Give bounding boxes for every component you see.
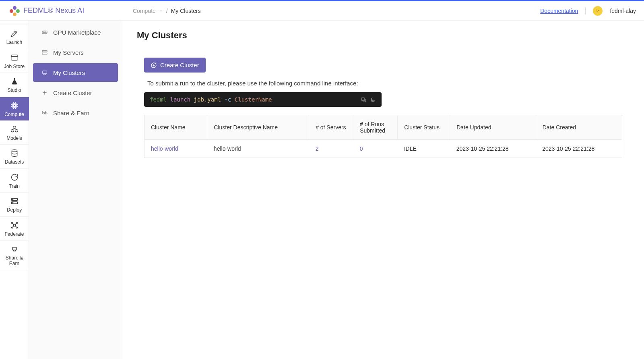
cell-status: IDLE: [398, 140, 450, 158]
secondary-nav: GPU Marketplace My Servers My Clusters C…: [29, 1, 122, 359]
table-row: hello-world hello-world 2 0 IDLE 2023-10…: [144, 140, 622, 158]
breadcrumb-section[interactable]: Compute: [133, 8, 156, 14]
rocket-icon: [10, 29, 19, 38]
secnav-label: GPU Marketplace: [53, 29, 101, 36]
svg-point-9: [16, 222, 17, 223]
cli-hint: To submit a run to the cluster, please u…: [147, 80, 622, 87]
content: My Clusters Create Cluster To submit a r…: [122, 1, 644, 175]
database-icon: [10, 149, 19, 158]
chevron-down-icon: [159, 9, 163, 13]
nav-train[interactable]: Train: [0, 169, 29, 193]
svg-rect-18: [43, 71, 47, 74]
nav-jobstore[interactable]: Job Store: [0, 49, 29, 73]
coins-icon: [41, 109, 48, 116]
clusters-table: Cluster Name Cluster Descriptive Name # …: [144, 115, 622, 158]
col-status: Cluster Status: [398, 115, 450, 140]
nav-compute[interactable]: Compute: [0, 97, 29, 121]
svg-rect-12: [12, 247, 17, 250]
svg-point-21: [597, 9, 597, 10]
documentation-link[interactable]: Documentation: [540, 8, 578, 14]
create-cluster-label: Create Cluster: [160, 62, 199, 68]
secnav-my-clusters[interactable]: My Clusters: [33, 63, 118, 82]
copy-icon[interactable]: [361, 97, 367, 103]
col-updated: Date Updated: [450, 115, 536, 140]
logo-icon: [10, 6, 19, 16]
network-icon: [10, 221, 19, 230]
runs-link[interactable]: 0: [360, 145, 363, 152]
col-desc: Cluster Descriptive Name: [207, 115, 309, 140]
col-created: Date Created: [536, 115, 622, 140]
chip-icon: [10, 101, 19, 110]
cell-updated: 2023-10-25 22:21:28: [450, 140, 536, 158]
primary-nav: Home Launch Job Store Studio Compute: [0, 1, 29, 359]
svg-rect-0: [12, 104, 17, 108]
username[interactable]: fedml-alay: [610, 8, 636, 14]
svg-point-15: [45, 32, 46, 33]
page-title: My Clusters: [137, 30, 630, 41]
cubes-icon: [10, 125, 19, 134]
svg-rect-17: [42, 53, 47, 54]
svg-point-6: [12, 202, 13, 203]
servers-icon: [41, 49, 48, 56]
nav-models[interactable]: Models: [0, 121, 29, 145]
breadcrumb-current: My Clusters: [171, 8, 201, 14]
nav-federate[interactable]: Federate: [0, 217, 29, 241]
col-name: Cluster Name: [144, 115, 207, 140]
secnav-my-servers[interactable]: My Servers: [33, 43, 118, 62]
store-icon: [10, 53, 19, 62]
svg-point-2: [12, 150, 17, 152]
divider: [585, 7, 586, 15]
nav-studio[interactable]: Studio: [0, 73, 29, 97]
brand-text: FEDML® Nexus AI: [23, 6, 84, 15]
cell-created: 2023-10-25 22:21:28: [536, 140, 622, 158]
svg-point-10: [11, 227, 12, 228]
server-icon: [10, 197, 19, 205]
main-area: FEDML® Nexus AI Compute / My Clusters Do…: [122, 1, 644, 359]
svg-point-23: [597, 11, 598, 12]
svg-point-8: [11, 222, 12, 223]
secnav-gpu-marketplace[interactable]: GPU Marketplace: [33, 23, 118, 42]
col-runs: # of Runs Submitted: [353, 115, 398, 140]
plus-icon: [41, 89, 48, 96]
nav-datasets[interactable]: Datasets: [0, 145, 29, 168]
svg-point-14: [43, 32, 45, 33]
svg-rect-1: [13, 104, 15, 106]
svg-point-5: [12, 199, 13, 200]
svg-point-11: [16, 227, 17, 228]
secnav-label: Share & Earn: [53, 110, 89, 116]
breadcrumb: Compute / My Clusters: [133, 8, 201, 14]
secnav-create-cluster[interactable]: Create Cluster: [33, 83, 118, 102]
cluster-icon: [41, 69, 48, 76]
flask-icon: [10, 77, 19, 86]
servers-link[interactable]: 2: [316, 145, 319, 152]
cycle-icon: [10, 173, 19, 182]
share-icon: [10, 245, 19, 253]
create-cluster-button[interactable]: Create Cluster: [144, 58, 206, 73]
cell-desc: hello-world: [207, 140, 309, 158]
svg-point-19: [42, 111, 45, 112]
clusters-panel: Create Cluster To submit a run to the cl…: [137, 49, 630, 165]
topbar: FEDML® Nexus AI Compute / My Clusters Do…: [0, 1, 644, 21]
cluster-name-link[interactable]: hello-world: [151, 145, 178, 152]
svg-rect-16: [42, 50, 47, 52]
svg-point-20: [44, 113, 47, 114]
col-servers: # of Servers: [309, 115, 353, 140]
nav-launch[interactable]: Launch: [0, 25, 29, 49]
secnav-label: My Servers: [53, 49, 84, 56]
nav-share[interactable]: Share & Earn: [0, 241, 29, 270]
gpu-icon: [41, 29, 48, 36]
plus-circle-icon: [151, 62, 157, 68]
svg-point-22: [599, 10, 599, 10]
brand-area[interactable]: FEDML® Nexus AI: [8, 6, 125, 16]
avatar[interactable]: [593, 6, 603, 16]
secnav-label: My Clusters: [53, 69, 85, 76]
moon-icon[interactable]: [370, 97, 376, 103]
nav-deploy[interactable]: Deploy: [0, 193, 29, 216]
secnav-label: Create Cluster: [53, 89, 92, 96]
code-block: fedml launch job.yaml -c ClusterName: [144, 92, 382, 107]
secnav-share-earn[interactable]: Share & Earn: [33, 104, 118, 122]
